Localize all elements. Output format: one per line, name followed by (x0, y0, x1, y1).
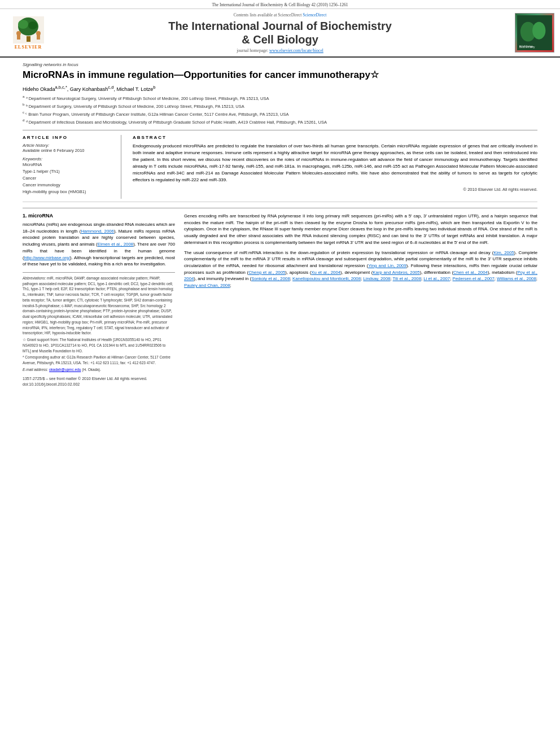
issn-line: 1357-2725/$ – see front matter © 2010 El… (23, 376, 175, 382)
bottom-info: 1357-2725/$ – see front matter © 2010 El… (23, 376, 175, 388)
elmen-2008-link[interactable]: Elmen et al., 2008 (98, 242, 133, 247)
svg-point-3 (18, 20, 28, 29)
footnotes: Abbreviations: miR, microRNA; DAMP, dama… (23, 272, 175, 373)
keyword-3: Cancer (23, 175, 114, 182)
keyword-5: High-mobility group box (HMGB1) (23, 189, 114, 195)
elsevier-wordmark: ELSEVIER (15, 45, 42, 50)
homepage-url: www.elsevier.com/locate/biocel (269, 48, 323, 53)
svg-point-4 (28, 21, 37, 29)
tili-2008-link[interactable]: Tili et al., 2008 (393, 276, 421, 281)
keywords-label: Keywords: (23, 156, 114, 161)
lindsay-2008-link[interactable]: Lindsay, 2008 (363, 276, 390, 281)
article-history: Article history: Available online 6 Febr… (23, 143, 114, 153)
authors: Hideho Okadaa,b,c,*, Gary Kohanbashc,d, … (23, 85, 537, 92)
journal-citation: The International Journal of Biochemistr… (212, 2, 348, 7)
article-content: Signalling networks in focus MicroRNAs i… (0, 58, 560, 392)
li-2007-link[interactable]: Li et al., 2007 (423, 276, 450, 281)
cheng-2005-link[interactable]: Cheng et al., 2005 (248, 270, 285, 275)
body-right-column: Genes encoding miRs are transcribed by R… (184, 213, 537, 388)
email-link[interactable]: okadah@upmc.edu (49, 368, 81, 372)
mirbase-link[interactable]: http://www.mirbase.org/ (24, 255, 70, 260)
svg-point-11 (532, 22, 545, 40)
article-title: MicroRNAs in immune regulation—Opportuni… (23, 69, 537, 81)
body-left-column: 1. microRNA microRNAs (miRs) are endogen… (23, 213, 175, 388)
affiliation-c: c ᶜ Brain Tumor Program, University of P… (23, 110, 537, 117)
footnote-abbreviations: Abbreviations: miR, microRNA; DAMP, dama… (23, 276, 175, 336)
journal-title-line2: & Cell Biology (56, 33, 504, 46)
homepage-label: journal homepage: (237, 48, 268, 53)
journal-citation-bar: The International Journal of Biochemistr… (0, 0, 560, 9)
abstract-text: Endogenously produced microRNAs are pred… (133, 143, 537, 184)
keyword-1: MicroRNA (23, 161, 114, 168)
body-section: 1. microRNA microRNAs (miRs) are endogen… (23, 208, 537, 388)
doi-line: doi:10.1016/j.biocel.2010.02.002 (23, 382, 175, 388)
journal-header: ELSEVIER Contents lists available at Sci… (0, 9, 560, 58)
abstract-title: ABSTRACT (133, 135, 537, 140)
footnote-email: E-mail address: okadah@upmc.edu (H. Okad… (23, 367, 175, 373)
homepage-link[interactable]: www.elsevier.com/locate/biocel (269, 48, 323, 53)
section-1-left-text: microRNAs (miRs) are endogenous single-s… (23, 221, 175, 268)
section-number: 1. (23, 213, 27, 219)
journal-title-block: Contents lists available at ScienceDirec… (51, 12, 509, 53)
xu-2004-link[interactable]: Xu et al., 2004 (311, 270, 340, 275)
sonkoly-2008-link[interactable]: Sonkoly et al., 2008 (251, 276, 290, 281)
journal-main-title: The International Journal of Biochemistr… (56, 19, 504, 46)
section-1-right-text-para1: Genes encoding miRs are transcribed by R… (184, 213, 537, 246)
keyword-4: Cancer immunology (23, 182, 114, 189)
affiliation-d: d ᵈ Department of Infectious Diseases an… (23, 118, 537, 125)
affiliation-a: a ᵃ Department of Neurological Surgery, … (23, 94, 537, 102)
journal-title-line1: The International Journal of Biochemistr… (56, 19, 504, 33)
pauley-2008-link[interactable]: Pauley and Chan, 2008 (184, 283, 230, 288)
footnote-grant: ☆ Grant support from: The National Insti… (23, 337, 175, 353)
article-info-column: ARTICLE INFO Article history: Available … (23, 135, 121, 199)
history-label: Article history: (23, 143, 114, 148)
hammond-2006-link[interactable]: Hammond, 2006 (81, 229, 114, 234)
info-abstract-section: ARTICLE INFO Article history: Available … (23, 130, 537, 199)
abstract-column: ABSTRACT Endogenously produced microRNAs… (133, 135, 537, 199)
svg-rect-8 (37, 35, 40, 40)
svg-point-7 (36, 31, 41, 36)
contents-text: Contents lists available at ScienceDirec… (234, 12, 302, 18)
kim-2005-link[interactable]: Kim, 2005 (493, 250, 514, 255)
history-value: Available online 6 February 2010 (23, 148, 114, 153)
journal-logo-box: Biochemistry & Cell Biology (515, 13, 554, 53)
journal-cover-icon: Biochemistry & Cell Biology (517, 15, 553, 50)
svg-rect-6 (17, 35, 20, 40)
journal-logo-right: Biochemistry & Cell Biology (509, 13, 554, 53)
section-1-right-text-para2: The usual consequence of miR:mRNA intera… (184, 250, 537, 289)
journal-homepage: journal homepage: www.elsevier.com/locat… (56, 48, 504, 53)
contents-available-line: Contents lists available at ScienceDirec… (56, 12, 504, 18)
svg-point-5 (16, 31, 21, 36)
sciencedirect-link[interactable]: ScienceDirect (303, 12, 326, 18)
article-info-title: ARTICLE INFO (23, 135, 114, 140)
section-title: microRNA (28, 213, 53, 219)
ying-lin-2009-link[interactable]: Ying and Lin, 2009 (368, 263, 406, 268)
page-container: The International Journal of Biochemistr… (0, 0, 560, 747)
williams-2008-link[interactable]: Williams et al., 2008 (497, 276, 536, 281)
elsevier-tree-icon (13, 16, 44, 43)
affiliation-b: b ᵇ Department of Surgery, University of… (23, 102, 537, 110)
svg-rect-1 (27, 36, 30, 42)
elsevier-logo-left: ELSEVIER (6, 16, 51, 50)
copyright-notice: © 2010 Elsevier Ltd. All rights reserved… (133, 187, 537, 192)
keyword-2: Type-1 helper (Th1) (23, 168, 114, 175)
section-divider (23, 202, 537, 202)
affiliations: a ᵃ Department of Neurological Surgery, … (23, 94, 537, 125)
karp-2005-link[interactable]: Karp and Ambros, 2005 (373, 270, 419, 275)
chen-2004-link[interactable]: Chen et al., 2004 (453, 270, 488, 275)
section-1-heading: 1. microRNA (23, 213, 175, 219)
pedersen-2007-link[interactable]: Pedersen et al., 2007 (453, 276, 495, 281)
keywords-section: Keywords: MicroRNA Type-1 helper (Th1) C… (23, 156, 114, 195)
svg-text:& Cell Biology: & Cell Biology (519, 45, 533, 47)
kanellopoulou-2008-link[interactable]: Kanellopoulou and Monticelli, 2008 (292, 276, 361, 281)
keywords-list: MicroRNA Type-1 helper (Th1) Cancer Canc… (23, 161, 114, 195)
footnote-corresponding: * Corresponding author at: G12a Research… (23, 355, 175, 366)
section-label: Signalling networks in focus (23, 62, 537, 67)
